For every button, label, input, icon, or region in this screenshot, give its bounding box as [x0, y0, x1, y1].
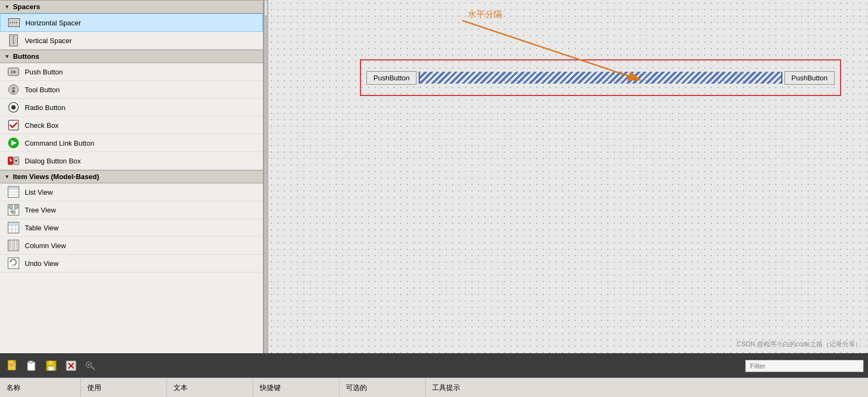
- svg-rect-18: [12, 211, 15, 214]
- svg-rect-14: [9, 187, 18, 189]
- col-text: 文本: [167, 378, 253, 397]
- svg-rect-30: [9, 241, 11, 250]
- tree-view-icon: [8, 204, 19, 216]
- dialog-button-box-label: Dialog Button Box: [25, 157, 81, 165]
- svg-line-55: [91, 367, 95, 370]
- svg-text:OK: OK: [11, 70, 16, 74]
- radio-button-label: Radio Button: [25, 104, 65, 112]
- toolbar-close-btn[interactable]: [63, 357, 80, 374]
- sidebar-item-tool-button[interactable]: Tool Button: [0, 81, 263, 99]
- sidebar-item-vertical-spacer[interactable]: Vertical Spacer: [0, 32, 263, 50]
- svg-point-4: [11, 105, 16, 109]
- toolbar-key-btn[interactable]: [82, 357, 99, 374]
- section-spacers-label: Spacers: [13, 3, 40, 11]
- sidebar-item-tree-view[interactable]: Tree View: [0, 201, 263, 219]
- sidebar-item-push-button[interactable]: OK Push Button: [0, 63, 263, 81]
- undo-view-label: Undo View: [25, 259, 59, 268]
- svg-rect-47: [48, 361, 53, 365]
- svg-rect-17: [15, 206, 18, 208]
- section-item-views-label: Item Views (Model-Based): [13, 173, 99, 181]
- section-buttons-label: Buttons: [13, 52, 39, 60]
- sidebar-item-check-box[interactable]: Check Box: [0, 117, 263, 134]
- toolbar-open-btn[interactable]: [24, 357, 41, 374]
- col-name: 名称: [0, 378, 81, 397]
- bottom-toolbar: [0, 353, 868, 378]
- sidebar-item-list-view[interactable]: List View: [0, 183, 263, 201]
- dialog-button-box-icon: [8, 155, 19, 167]
- svg-rect-49: [50, 367, 52, 370]
- svg-line-56: [93, 367, 94, 368]
- tool-button-label: Tool Button: [25, 86, 60, 94]
- list-view-icon: [8, 186, 19, 198]
- sidebar: ▼ Spacers Horizontal Spacer Vertical Spa…: [0, 0, 264, 353]
- vertical-spacer-label: Vertical Spacer: [25, 37, 72, 45]
- command-link-button-icon: [8, 137, 19, 149]
- check-box-icon: [8, 119, 19, 131]
- widget-container: PushButton PushButton: [360, 59, 841, 96]
- sidebar-item-table-view[interactable]: Table View: [0, 219, 263, 237]
- sidebar-item-undo-view[interactable]: Undo View: [0, 255, 263, 272]
- col-usage: 使用: [81, 378, 167, 397]
- watermark: CSDN @程序小白的code之路（记录分享）: [737, 340, 862, 349]
- table-view-label: Table View: [25, 224, 59, 232]
- col-optional: 可选的: [339, 378, 426, 397]
- svg-rect-16: [9, 206, 12, 208]
- hspacer-icon: [8, 17, 20, 29]
- column-view-icon: [8, 239, 19, 251]
- column-view-label: Column View: [25, 242, 66, 250]
- bottom-table-header: 名称 使用 文本 快捷键 可选的 工具提示: [0, 378, 868, 397]
- check-box-label: Check Box: [25, 121, 59, 129]
- svg-rect-31: [12, 241, 15, 250]
- col-tooltip: 工具提示: [426, 378, 512, 397]
- sidebar-item-radio-button[interactable]: Radio Button: [0, 99, 263, 117]
- pushbutton-right[interactable]: PushButton: [784, 71, 835, 85]
- vspacer-icon: [8, 35, 19, 46]
- svg-rect-28: [9, 223, 19, 225]
- col-shortcut: 快捷键: [253, 378, 339, 397]
- tree-view-label: Tree View: [25, 206, 56, 214]
- undo-view-icon: [8, 257, 19, 269]
- annotation-svg: 水平分隔: [268, 0, 868, 353]
- sidebar-item-horizontal-spacer[interactable]: Horizontal Spacer: [0, 13, 263, 32]
- horizontal-spacer-label: Horizontal Spacer: [25, 19, 81, 27]
- svg-point-54: [88, 364, 90, 366]
- sidebar-item-dialog-button-box[interactable]: Dialog Button Box: [0, 152, 263, 170]
- toolbar-new-btn[interactable]: [4, 357, 22, 374]
- filter-input[interactable]: [745, 360, 864, 372]
- item-views-triangle: ▼: [4, 174, 10, 180]
- table-view-icon: [8, 222, 19, 234]
- push-button-icon: OK: [8, 66, 19, 78]
- svg-rect-41: [13, 360, 16, 362]
- section-spacers: ▼ Spacers: [0, 0, 263, 13]
- svg-rect-45: [29, 361, 33, 363]
- push-button-label: Push Button: [25, 68, 63, 76]
- section-item-views: ▼ Item Views (Model-Based): [0, 170, 263, 183]
- svg-text:水平分隔: 水平分隔: [468, 10, 502, 19]
- list-view-label: List View: [25, 188, 53, 196]
- horizontal-spacer-widget: [419, 72, 782, 84]
- canvas-area: PushButton PushButton 水平分隔 CSDN @程序小白的co…: [268, 0, 868, 353]
- buttons-triangle: ▼: [4, 53, 10, 59]
- section-buttons: ▼ Buttons: [0, 50, 263, 63]
- sidebar-item-column-view[interactable]: Column View: [0, 237, 263, 255]
- svg-rect-32: [16, 241, 19, 250]
- tool-button-icon: [8, 84, 19, 95]
- spacers-triangle: ▼: [4, 4, 10, 10]
- toolbar-save-btn[interactable]: [43, 357, 60, 374]
- radio-button-icon: [8, 101, 19, 113]
- pushbutton-left[interactable]: PushButton: [366, 71, 416, 85]
- command-link-button-label: Command Link Button: [25, 139, 94, 147]
- sidebar-item-command-link-button[interactable]: Command Link Button: [0, 134, 263, 152]
